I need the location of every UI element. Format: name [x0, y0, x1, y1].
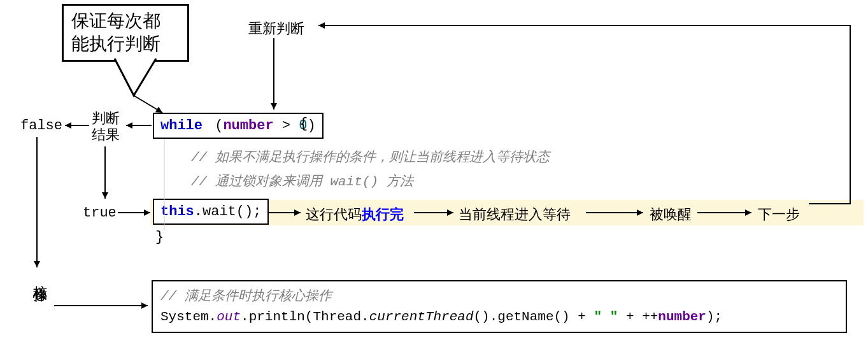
rparen: ) [307, 118, 315, 134]
close-brace: } [155, 229, 164, 245]
false-label: false [20, 118, 62, 134]
exec-done-label: 这行代码执行完 [306, 205, 404, 224]
lparen: ( [215, 118, 223, 134]
wait-call-box: this.wait(); [153, 199, 269, 225]
bubble-line1: 保证每次都 [71, 11, 160, 31]
next-step-label: 下一步 [758, 205, 800, 224]
rejudge-label: 重新判断 [248, 19, 304, 38]
woken-label: 被唤醒 [650, 205, 692, 224]
core-op-label: 核心操作 [31, 274, 50, 279]
while-condition-box: while (number > 0) [153, 113, 324, 139]
comment-1: // 如果不满足执行操作的条件，则让当前线程进入等待状态 [191, 148, 550, 166]
var-number: number [223, 118, 273, 134]
core-comment: // 满足条件时执行核心操作 [160, 287, 838, 307]
bubble-line2: 能执行判断 [71, 34, 160, 53]
enter-wait-label: 当前线程进入等待 [459, 205, 571, 224]
comment-2: // 通过锁对象来调用 wait() 方法 [191, 172, 413, 190]
op-gt: > [274, 118, 299, 134]
kw-while: while [160, 118, 203, 134]
wait-call: .wait(); [194, 204, 262, 220]
kw-this: this [160, 204, 194, 220]
open-brace: { [299, 116, 308, 132]
speech-bubble: 保证每次都 能执行判断 [62, 4, 189, 62]
svg-line-0 [134, 96, 162, 113]
true-label: true [83, 205, 117, 221]
core-op-box: // 满足条件时执行核心操作 System.out.println(Thread… [152, 280, 847, 333]
judge-result-label: 判断结果 [92, 110, 120, 144]
core-code-line: System.out.println(Thread.currentThread(… [160, 307, 838, 327]
